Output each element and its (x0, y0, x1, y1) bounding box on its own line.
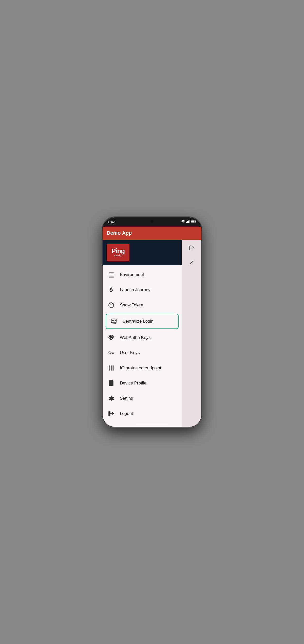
status-time: 1:47 (108, 220, 115, 224)
menu-item-launch-journey[interactable]: Launch Journey (103, 282, 182, 298)
menu-item-setting[interactable]: Setting (103, 391, 182, 406)
svg-rect-3 (188, 220, 189, 223)
status-icons (181, 220, 196, 224)
menu-item-ig-protected[interactable]: IG protected endpoint (103, 360, 182, 376)
ping-logo: Ping Identity. (107, 244, 129, 261)
svg-point-15 (111, 288, 112, 289)
camera-notch (150, 220, 154, 223)
svg-rect-24 (109, 367, 110, 368)
rocket-icon (108, 286, 115, 293)
list-icon (108, 271, 115, 278)
svg-rect-2 (187, 221, 188, 223)
signal-icon (186, 220, 190, 224)
menu-item-user-keys[interactable]: User Keys (103, 345, 182, 360)
token-icon: T (108, 302, 115, 309)
svg-rect-12 (109, 277, 114, 277)
login-icon (110, 318, 117, 325)
phone-frame: 1:47 (103, 217, 201, 427)
svg-rect-25 (111, 367, 112, 368)
content-area: Ping Identity. (103, 240, 201, 427)
svg-rect-22 (111, 365, 112, 366)
menu-item-show-token[interactable]: T Show Token (103, 298, 182, 313)
svg-rect-1 (186, 222, 187, 223)
svg-rect-11 (109, 276, 110, 276)
svg-point-0 (183, 223, 183, 223)
svg-rect-21 (109, 365, 110, 366)
setting-label: Setting (120, 396, 133, 401)
centralize-login-label: Centralize Login (122, 319, 154, 324)
menu-item-environment[interactable]: Environment (103, 267, 182, 282)
grid-icon (108, 364, 115, 372)
menu-list: Environment (103, 265, 182, 427)
device-icon (108, 380, 115, 387)
battery-icon (191, 220, 196, 224)
right-panel: ✓ (182, 240, 201, 427)
device-profile-label: Device Profile (120, 381, 146, 386)
svg-point-20 (109, 352, 111, 354)
svg-rect-27 (109, 369, 110, 370)
ping-logo-text: Ping (111, 248, 125, 254)
svg-rect-7 (196, 221, 196, 222)
drawer: Ping Identity. (103, 240, 182, 427)
svg-rect-26 (112, 367, 113, 368)
svg-rect-28 (111, 369, 112, 370)
drawer-header: Ping Identity. (103, 240, 182, 265)
svg-rect-9 (109, 273, 110, 274)
logout-label: Logout (120, 411, 133, 416)
user-keys-label: User Keys (120, 350, 140, 355)
home-bar (136, 424, 168, 425)
fingerprint-icon (108, 334, 115, 341)
svg-rect-6 (191, 221, 195, 223)
app-bar: Demo App (103, 227, 201, 240)
ig-protected-label: IG protected endpoint (120, 365, 161, 371)
launch-journey-label: Launch Journey (120, 287, 150, 292)
right-panel-check-icon: ✓ (189, 259, 194, 266)
phone-screen: 1:47 (103, 217, 201, 427)
show-token-label: Show Token (120, 303, 143, 308)
svg-rect-14 (110, 276, 114, 276)
menu-item-device-profile[interactable]: Device Profile (103, 376, 182, 391)
menu-item-centralize-login[interactable]: Centralize Login (106, 314, 179, 329)
environment-label: Environment (120, 272, 144, 277)
svg-rect-4 (189, 220, 190, 223)
webauthn-keys-label: WebAuthn Keys (120, 335, 151, 340)
svg-rect-8 (109, 272, 114, 273)
svg-rect-23 (112, 365, 113, 366)
svg-rect-31 (110, 381, 112, 384)
svg-rect-10 (109, 275, 114, 275)
svg-rect-19 (112, 320, 114, 321)
menu-item-logout[interactable]: Logout (103, 406, 182, 421)
svg-text:T: T (110, 304, 112, 307)
ping-logo-subtext: Identity. (114, 254, 122, 257)
key-icon (108, 349, 115, 356)
logout-icon (108, 410, 115, 417)
svg-rect-29 (112, 369, 113, 370)
svg-point-32 (111, 384, 111, 385)
menu-item-webauthn-keys[interactable]: WebAuthn Keys (103, 330, 182, 345)
gear-icon (108, 395, 115, 402)
app-bar-title: Demo App (107, 230, 132, 236)
svg-rect-13 (110, 273, 114, 274)
wifi-icon (181, 220, 185, 224)
right-panel-logout-icon (187, 244, 196, 252)
